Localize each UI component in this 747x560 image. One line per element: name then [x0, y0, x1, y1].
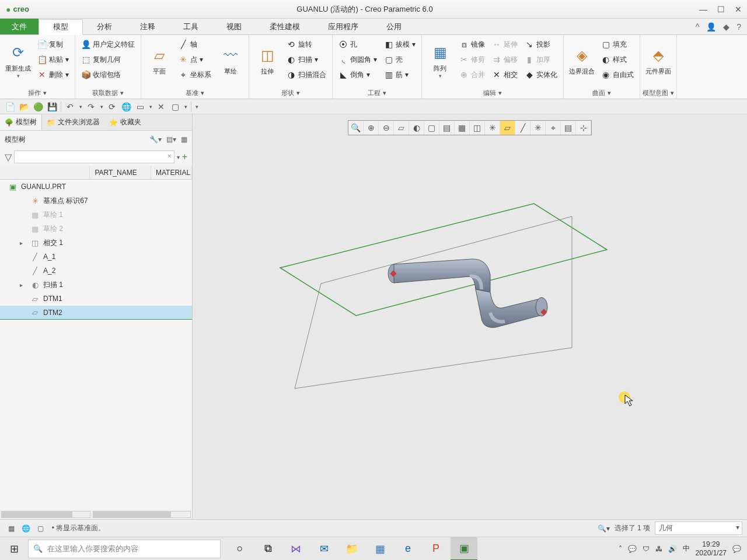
sb-globe-icon[interactable]: 🌐: [19, 524, 32, 533]
taskbar-search[interactable]: 🔍 在这里输入你要搜索的内容: [28, 540, 221, 558]
tab-annotate[interactable]: 注释: [126, 19, 169, 34]
qat-appearance-menu[interactable]: ▾: [183, 101, 189, 113]
tb-edge-icon[interactable]: e: [395, 537, 421, 561]
project-button[interactable]: ↘投影: [522, 37, 560, 51]
regenerate-button[interactable]: ⟳ 重新生成 ▾: [4, 37, 33, 84]
viewport[interactable]: 🔍 ⊕ ⊖ ▱ ◐ ▢ ▤ ▦ ◫ ✳ ▱ ╱ ✳ ⌖ ▤ ⊹: [193, 114, 747, 519]
close-button[interactable]: ✕: [729, 0, 747, 19]
intersect-button[interactable]: ✕相交: [490, 68, 520, 82]
qat-open-icon[interactable]: 📂: [18, 101, 30, 113]
merge-button[interactable]: ⊕合并: [457, 68, 487, 82]
tree-show-icon[interactable]: ▤▾: [166, 135, 176, 144]
chamfer-button[interactable]: ◣倒角 ▾: [336, 68, 379, 82]
qat-regen-icon[interactable]: ⟳: [106, 101, 118, 113]
point-button[interactable]: ✳点 ▾: [176, 52, 214, 66]
tray-network-icon[interactable]: 🖧: [655, 545, 662, 553]
thicken-button[interactable]: ▮加厚: [522, 52, 560, 66]
tab-file[interactable]: 文件: [0, 19, 39, 34]
extrude-button[interactable]: ◫ 拉伸: [253, 37, 282, 84]
tab-apps[interactable]: 应用程序: [314, 19, 372, 34]
freestyle-button[interactable]: ◉自由式: [599, 68, 636, 82]
tab-favorites[interactable]: ⭐收藏夹: [104, 114, 146, 130]
offset-button[interactable]: ⇉偏移: [490, 52, 520, 66]
copy-button[interactable]: 📄复制: [35, 37, 71, 51]
style-button[interactable]: ◐样式: [599, 52, 636, 66]
tree-scrollbar-right[interactable]: [93, 511, 191, 518]
tray-sound-icon[interactable]: 🔊: [668, 545, 677, 553]
tb-cortana-icon[interactable]: ○: [226, 537, 253, 561]
tree-item[interactable]: ✳基准点 标识67: [0, 194, 192, 208]
col-material[interactable]: MATERIAL: [151, 166, 192, 179]
ribbon-collapse-icon[interactable]: ^: [696, 22, 700, 32]
start-button[interactable]: ⊞: [0, 537, 28, 560]
hole-button[interactable]: ⦿孔: [336, 37, 379, 51]
solidify-button[interactable]: ◆实体化: [522, 68, 560, 82]
filter-input[interactable]: ×: [14, 150, 174, 163]
qat-model-icon[interactable]: 🟢: [32, 101, 44, 113]
filter-dropdown-icon[interactable]: ▾: [177, 154, 180, 160]
tree-item[interactable]: ▦草绘 1: [0, 208, 192, 222]
user-icon[interactable]: 👤: [706, 22, 716, 32]
maximize-button[interactable]: ☐: [712, 0, 729, 19]
tree-root[interactable]: ▣ GUANLU.PRT: [0, 180, 192, 194]
tray-security-icon[interactable]: 🛡: [643, 545, 650, 553]
plane-button[interactable]: ▱ 平面: [145, 37, 174, 84]
tray-ime[interactable]: 中: [683, 544, 690, 554]
tree-item[interactable]: ▦草绘 2: [0, 222, 192, 236]
sb-window-icon[interactable]: ▢: [34, 524, 47, 533]
boundary-button[interactable]: ◈ 边界混合: [567, 37, 596, 84]
tb-ppt-icon[interactable]: P: [423, 537, 449, 561]
tb-explorer-icon[interactable]: 📁: [338, 537, 365, 561]
tab-model[interactable]: 模型: [39, 19, 83, 35]
mirror-button[interactable]: ⧈镜像: [457, 37, 487, 51]
tray-wechat-icon[interactable]: 💬: [628, 545, 637, 553]
sweptblend-button[interactable]: ◑扫描混合: [284, 68, 329, 82]
qat-redo-menu[interactable]: ▾: [99, 101, 104, 113]
tb-taskview-icon[interactable]: ⧉: [254, 537, 281, 561]
tree-display-icon[interactable]: ▦: [181, 135, 187, 144]
tray-clock[interactable]: 19:29 2020/1/27: [696, 540, 727, 557]
tree-item[interactable]: ▱DTM2: [0, 306, 192, 320]
paste-button[interactable]: 📋粘贴 ▾: [35, 52, 71, 66]
tab-flex[interactable]: 柔性建模: [256, 19, 314, 34]
axis-button[interactable]: ╱轴: [176, 37, 214, 51]
qat-close-icon[interactable]: ▭: [134, 101, 146, 113]
csys-button[interactable]: ⌖坐标系: [176, 68, 214, 82]
rib-button[interactable]: ▥筋 ▾: [382, 68, 418, 82]
tree-settings-icon[interactable]: 🔧▾: [149, 135, 162, 144]
qat-undo-menu[interactable]: ▾: [78, 101, 83, 113]
minimize-button[interactable]: —: [694, 0, 712, 19]
tb-store-icon[interactable]: ▦: [366, 537, 393, 561]
qat-appearance-icon[interactable]: ▢: [169, 101, 181, 113]
qat-customize-menu[interactable]: ▾: [194, 101, 200, 113]
tb-creo-icon[interactable]: ▣: [451, 537, 477, 561]
tb-vs-icon[interactable]: ⋈: [282, 537, 309, 561]
partif-button[interactable]: ⬘ 元件界面: [644, 37, 673, 84]
expand-icon[interactable]: ▸: [20, 282, 27, 288]
extend-button[interactable]: ↔延伸: [490, 37, 520, 51]
tray-notifications-icon[interactable]: 💬: [732, 545, 741, 553]
pattern-button[interactable]: ▦ 阵列 ▾: [425, 37, 455, 84]
tree-item[interactable]: ╱A_1: [0, 250, 192, 264]
delete-button[interactable]: ✕删除 ▾: [35, 68, 71, 82]
tab-model-tree[interactable]: 🌳模型树: [0, 114, 42, 130]
tree-item[interactable]: ╱A_2: [0, 264, 192, 278]
selection-filter-combo[interactable]: 几何: [655, 522, 742, 535]
qat-new-icon[interactable]: 📄: [4, 101, 16, 113]
layers-icon[interactable]: ◆: [723, 22, 729, 32]
col-name[interactable]: [0, 166, 90, 179]
qat-windows-icon[interactable]: 🌐: [120, 101, 132, 113]
revolve-button[interactable]: ⟲旋转: [284, 37, 329, 51]
filter-icon[interactable]: ▽: [5, 152, 12, 163]
trim-button[interactable]: ✂修剪: [457, 52, 487, 66]
draft-button[interactable]: ◧拔模 ▾: [382, 37, 418, 51]
col-partname[interactable]: PART_NAME: [90, 166, 151, 179]
qat-undo-icon[interactable]: ↶: [64, 101, 76, 113]
copygeom-button[interactable]: ⬚复制几何: [79, 52, 137, 66]
qat-save-icon[interactable]: 💾: [46, 101, 58, 113]
tab-tools[interactable]: 工具: [169, 19, 212, 34]
tab-folder-browser[interactable]: 📁文件夹浏览器: [42, 114, 104, 130]
tab-view[interactable]: 视图: [212, 19, 256, 34]
sb-grid-icon[interactable]: ▦: [5, 524, 18, 533]
sketch-button[interactable]: 〰 草绘: [216, 37, 245, 84]
